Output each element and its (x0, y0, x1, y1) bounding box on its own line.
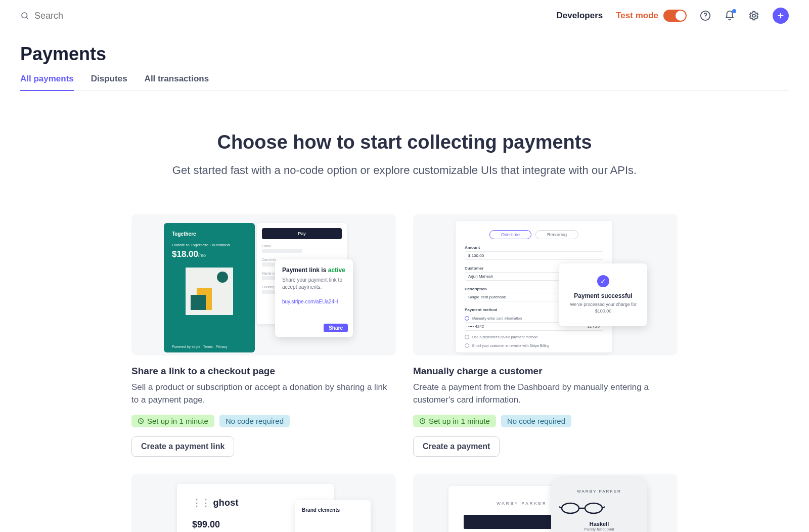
mock-product-name: Haskell (559, 521, 639, 527)
mock-option: Email your customer an invoice with Stri… (472, 344, 550, 347)
mock-success-popup: ✓ Payment successful We've processed you… (559, 263, 647, 326)
search-input[interactable] (34, 11, 237, 21)
mock-price: $18.00 (172, 249, 198, 259)
mock-link-popup: Payment link is active Share your paymen… (275, 259, 353, 337)
svg-point-4 (752, 14, 755, 17)
hero-heading: Choose how to start collecting payments (20, 131, 789, 153)
test-mode: Test mode (616, 10, 687, 22)
mock-status-sub: Share your payment link to accept paymen… (282, 277, 346, 291)
mock-pill-onetime: One-time (489, 230, 531, 239)
mock-url: buy.stripe.com/aEUa24H (282, 299, 346, 304)
tile-description: Create a payment from the Dashboard by m… (413, 381, 678, 407)
mock-phone: WARBY PARKER Haskell Purely functional (551, 478, 647, 532)
tab-disputes[interactable]: Disputes (91, 74, 127, 91)
mock-tagline: Donate to Togethere Foundation (172, 243, 247, 247)
topbar: Developers Test mode (20, 0, 789, 28)
create-payment-link-button[interactable]: Create a payment link (131, 436, 234, 457)
badge-no-code: No code required (501, 415, 571, 427)
tile-checkout-page: ⋮⋮ ghost $99.00 Brand elements (131, 474, 396, 532)
mock-status-word: active (328, 267, 345, 274)
test-mode-toggle[interactable] (663, 10, 687, 22)
mock-panel-heading: Brand elements (302, 507, 364, 513)
tile-manual-charge: One-time Recurring Amount $ 100.00 Custo… (413, 214, 678, 457)
tile-title: Share a link to a checkout page (131, 366, 396, 377)
mock-input: $ 100.00 (465, 251, 603, 260)
create-payment-button[interactable]: Create a payment (413, 436, 500, 457)
tabs: All payments Disputes All transactions (20, 74, 789, 91)
tile-thumb: One-time Recurring Amount $ 100.00 Custo… (413, 214, 678, 356)
svg-point-3 (705, 18, 706, 19)
page-title: Payments (20, 43, 789, 65)
mock-brand: Togethere (172, 231, 247, 237)
hero-subheading: Get started fast with a no-code option o… (20, 162, 789, 179)
settings-icon[interactable] (748, 10, 759, 21)
help-icon[interactable] (700, 10, 711, 21)
mock-brand: ghost (213, 498, 239, 508)
tile-elements: WARBY PARKER WARBY PARKER Haskell Purely… (413, 474, 678, 532)
apple-pay-button: Pay (262, 228, 342, 239)
mock-option: Use a customer's on-file payment method (472, 335, 537, 339)
mock-option: Manually enter card information (472, 317, 522, 320)
tile-title: Manually charge a customer (413, 366, 678, 377)
mock-status-prefix: Payment link is (282, 267, 328, 274)
badge-no-code: No code required (219, 415, 290, 427)
mock-success-sub: We've processed your charge for $100.00 (565, 301, 641, 314)
mock-success-title: Payment successful (574, 292, 632, 299)
notification-dot (732, 9, 736, 13)
tab-all-payments[interactable]: All payments (20, 74, 74, 91)
developers-link[interactable]: Developers (557, 11, 603, 21)
tile-thumb: ⋮⋮ ghost $99.00 Brand elements (131, 474, 396, 532)
mock-share-button: Share (324, 324, 348, 332)
check-icon: ✓ (597, 275, 609, 287)
mock-field-label: Email (262, 244, 342, 248)
hero: Choose how to start collecting payments … (20, 131, 789, 179)
notifications-icon[interactable] (724, 10, 735, 21)
mock-product-sub: Purely functional (559, 527, 639, 531)
svg-point-10 (585, 503, 602, 513)
mock-label: Amount (465, 245, 603, 250)
test-mode-label: Test mode (616, 11, 658, 21)
svg-point-9 (562, 503, 579, 513)
tile-thumb: WARBY PARKER WARBY PARKER Haskell Purely… (413, 474, 678, 532)
topbar-right: Developers Test mode (557, 8, 789, 24)
search[interactable] (20, 11, 237, 21)
tile-payment-link: Togethere Donate to Togethere Foundation… (131, 214, 396, 457)
tile-description: Sell a product or subscription or accept… (131, 381, 396, 407)
option-grid: Togethere Donate to Togethere Foundation… (131, 214, 678, 532)
mock-checkout-panel: Togethere Donate to Togethere Foundation… (164, 223, 255, 352)
svg-line-1 (26, 17, 28, 19)
mock-brand-panel: Brand elements (295, 500, 371, 532)
create-button[interactable] (773, 8, 789, 24)
svg-point-0 (22, 13, 27, 18)
tab-all-transactions[interactable]: All transactions (145, 74, 209, 91)
badge-setup-time: Set up in 1 minute (131, 415, 214, 427)
tile-thumb: Togethere Donate to Togethere Foundation… (131, 214, 396, 356)
mock-price-suffix: /mo (198, 253, 206, 258)
search-icon (20, 11, 29, 20)
mock-pill-recurring: Recurring (535, 230, 578, 239)
mock-phone-brand: WARBY PARKER (559, 489, 639, 494)
glasses-icon (559, 501, 639, 516)
mock-card: •••• 4242 (468, 324, 484, 329)
badge-setup-time: Set up in 1 minute (413, 415, 496, 427)
